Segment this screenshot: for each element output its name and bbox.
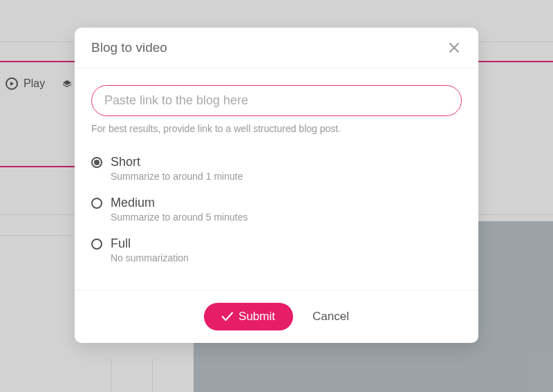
close-button[interactable]: [447, 40, 462, 55]
modal-body: For best results, provide link to a well…: [75, 68, 478, 290]
close-icon: [449, 43, 459, 53]
radio-icon: [91, 157, 102, 168]
radio-option-short[interactable]: Short Summarize to around 1 minute: [91, 155, 462, 182]
submit-button[interactable]: Submit: [204, 303, 293, 330]
radio-label: Medium: [111, 196, 462, 210]
radio-description: Summarize to around 1 minute: [111, 171, 462, 182]
radio-content: Short Summarize to around 1 minute: [111, 155, 462, 182]
radio-icon: [91, 198, 102, 209]
radio-option-medium[interactable]: Medium Summarize to around 5 minutes: [91, 196, 462, 223]
submit-label: Submit: [238, 310, 275, 324]
radio-description: No summarization: [111, 252, 462, 263]
radio-content: Full No summarization: [111, 236, 462, 263]
blog-url-input[interactable]: [91, 85, 462, 116]
radio-label: Short: [111, 155, 462, 169]
modal-title: Blog to video: [91, 40, 167, 55]
radio-content: Medium Summarize to around 5 minutes: [111, 196, 462, 223]
check-icon: [222, 312, 233, 321]
modal-footer: Submit Cancel: [75, 290, 478, 343]
input-hint: For best results, provide link to a well…: [91, 123, 462, 134]
radio-description: Summarize to around 5 minutes: [111, 212, 462, 223]
cancel-button[interactable]: Cancel: [312, 310, 349, 324]
length-radio-group: Short Summarize to around 1 minute Mediu…: [91, 155, 462, 263]
modal-header: Blog to video: [75, 28, 478, 68]
radio-option-full[interactable]: Full No summarization: [91, 236, 462, 263]
radio-icon: [91, 239, 102, 250]
radio-label: Full: [111, 236, 462, 251]
blog-to-video-modal: Blog to video For best results, provide …: [75, 28, 478, 343]
cancel-label: Cancel: [312, 310, 349, 323]
